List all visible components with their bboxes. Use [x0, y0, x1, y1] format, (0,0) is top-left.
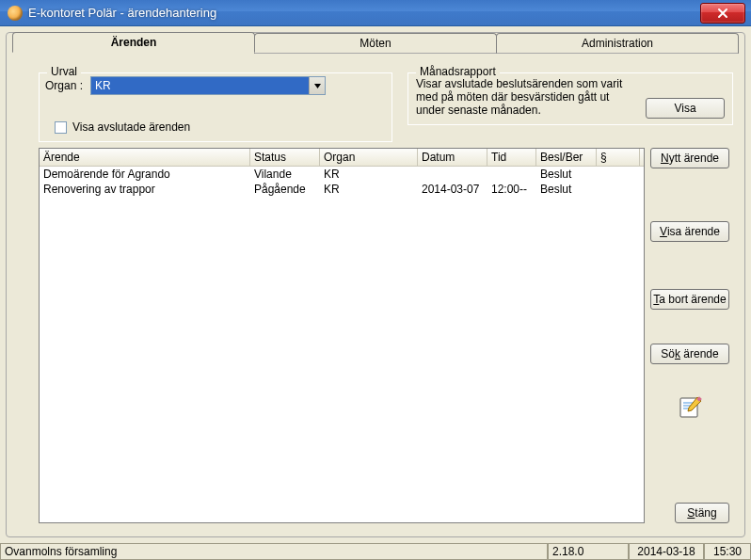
table-row[interactable]: Demoärende för Agrando Vilande KR Beslut	[40, 167, 644, 182]
manads-info-text: Visar avslutade beslutsärenden som varit…	[416, 77, 623, 117]
tab-admin[interactable]: Administration	[496, 33, 739, 54]
ta-bort-arende-button[interactable]: Ta bort ärende	[650, 289, 729, 310]
td-organ: KR	[320, 167, 418, 182]
tab-strip: Ärenden Möten Administration	[12, 32, 739, 53]
button-label: Visa	[674, 102, 695, 115]
chevron-down-icon	[314, 84, 321, 88]
status-version: 2.18.0	[548, 543, 629, 560]
td-organ: KR	[320, 182, 418, 197]
show-closed-checkbox-row[interactable]: Visa avslutade ärenden	[55, 120, 190, 134]
arenden-table[interactable]: Ärende Status Organ Datum Tid Besl/Ber §…	[39, 148, 645, 523]
close-icon	[717, 8, 728, 19]
manads-visa-button[interactable]: Visa	[646, 98, 725, 119]
td-paragraph	[597, 182, 640, 197]
manadsrapport-groupbox: Månadsrapport Visar avslutade beslutsäre…	[407, 72, 733, 125]
window-title: E-kontoret Polär - ärendehantering	[28, 6, 700, 20]
manads-legend: Månadsrapport	[416, 65, 500, 78]
urval-legend: Urval	[47, 65, 81, 78]
organ-combobox[interactable]: KR	[90, 76, 326, 95]
th-tid[interactable]: Tid	[487, 149, 536, 166]
th-paragraph[interactable]: §	[597, 149, 640, 166]
show-closed-checkbox[interactable]	[55, 121, 67, 134]
td-datum	[418, 167, 487, 182]
edit-note-icon	[679, 394, 703, 419]
td-status: Vilande	[250, 167, 320, 182]
status-organization: Ovanmolns församling	[0, 543, 548, 560]
title-bar: E-kontoret Polär - ärendehantering	[0, 0, 751, 26]
td-status: Pågående	[250, 182, 320, 197]
main-panel: Ärenden Möten Administration Urval Organ…	[6, 32, 745, 537]
th-organ[interactable]: Organ	[320, 149, 418, 166]
td-paragraph	[597, 167, 640, 182]
td-beslber: Beslut	[536, 167, 597, 182]
table-header: Ärende Status Organ Datum Tid Besl/Ber §	[40, 149, 644, 167]
app-icon	[8, 6, 23, 21]
organ-dropdown-button[interactable]	[309, 77, 325, 94]
urval-groupbox: Urval Organ : KR Visa avslutade ärenden	[39, 72, 392, 142]
tab-label: Möten	[360, 37, 391, 50]
td-arende: Renovering av trappor	[40, 182, 250, 197]
td-tid	[487, 167, 536, 182]
sok-arende-button[interactable]: Sök ärende	[650, 344, 729, 364]
tab-content: Urval Organ : KR Visa avslutade ärenden	[12, 54, 739, 531]
edit-note-button[interactable]	[679, 394, 703, 419]
td-tid: 12:00--	[487, 182, 536, 197]
window-close-button[interactable]	[700, 3, 745, 24]
stang-button[interactable]: Stäng	[675, 503, 729, 523]
status-bar: Ovanmolns församling 2.18.0 2014-03-18 1…	[0, 543, 751, 560]
th-arende[interactable]: Ärende	[40, 149, 250, 166]
tab-moten[interactable]: Möten	[254, 33, 497, 54]
status-date: 2014-03-18	[629, 543, 704, 560]
organ-selected-value: KR	[91, 77, 309, 94]
th-status[interactable]: Status	[250, 149, 320, 166]
tab-label: Ärenden	[111, 36, 157, 49]
table-body: Demoärende för Agrando Vilande KR Beslut…	[40, 167, 644, 197]
show-closed-label: Visa avslutade ärenden	[72, 120, 190, 134]
td-datum: 2014-03-07	[418, 182, 487, 197]
table-row[interactable]: Renovering av trappor Pågående KR 2014-0…	[40, 182, 644, 197]
td-arende: Demoärende för Agrando	[40, 167, 250, 182]
th-beslber[interactable]: Besl/Ber	[536, 149, 597, 166]
tab-arenden[interactable]: Ärenden	[12, 32, 255, 53]
td-beslber: Beslut	[536, 182, 597, 197]
tab-label: Administration	[582, 37, 653, 50]
side-button-panel: Nytt ärende Visa ärende Ta bort ärende S…	[650, 148, 731, 523]
visa-arende-button[interactable]: Visa ärende	[650, 221, 729, 242]
nytt-arende-button[interactable]: Nytt ärende	[650, 148, 729, 168]
client-area: Ärenden Möten Administration Urval Organ…	[0, 26, 751, 543]
status-time: 15:30	[704, 543, 751, 560]
organ-label: Organ :	[45, 79, 83, 92]
th-datum[interactable]: Datum	[418, 149, 487, 166]
